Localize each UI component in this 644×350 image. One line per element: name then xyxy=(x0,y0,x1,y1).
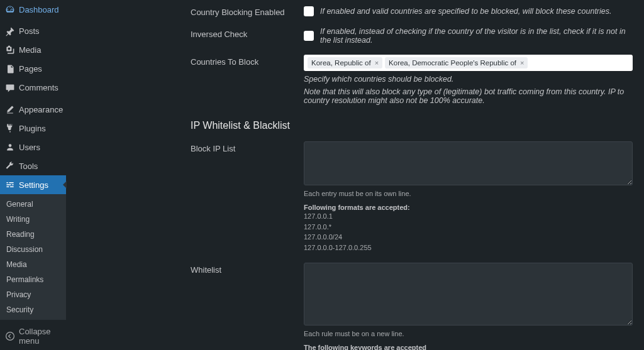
admin-sidebar: Dashboard Posts Media Pages Comments App… xyxy=(0,0,66,350)
country-blocking-checkbox[interactable] xyxy=(304,6,314,16)
tag-remove-icon[interactable]: × xyxy=(375,59,379,67)
countries-to-block-label: Countries To Block xyxy=(191,55,304,105)
menu-label: Dashboard xyxy=(19,5,59,14)
user-icon xyxy=(5,142,15,152)
whitelist-textarea[interactable] xyxy=(304,263,633,325)
submenu-media[interactable]: Media xyxy=(0,257,66,272)
sliders-icon xyxy=(5,180,15,190)
whitelist-each-rule: Each rule must be on a new line. xyxy=(304,330,633,337)
menu-label: Users xyxy=(19,143,40,152)
whitelist-keywords-title: The following keywords are accepted xyxy=(304,344,633,350)
inversed-check-checkbox[interactable] xyxy=(304,31,314,41)
menu-label: Appearance xyxy=(19,105,63,114)
menu-users[interactable]: Users xyxy=(0,138,66,156)
main-content: Country Blocking Enabled If enabled and … xyxy=(66,0,644,350)
block-ip-each-entry: Each entry must be on its own line. xyxy=(304,190,633,197)
submenu-security[interactable]: Security xyxy=(0,302,66,317)
section-ip-whitelist-blacklist: IP Whitelist & Blacklist xyxy=(191,120,633,131)
submenu-general[interactable]: General xyxy=(0,197,66,212)
gauge-icon xyxy=(5,4,15,14)
settings-submenu: General Writing Reading Discussion Media… xyxy=(0,194,66,320)
submenu-permalinks[interactable]: Permalinks xyxy=(0,272,66,287)
tag-text: Korea, Republic of xyxy=(311,59,371,67)
collapse-label: Collapse menu xyxy=(19,327,61,346)
menu-settings[interactable]: Settings xyxy=(0,175,66,194)
tag-remove-icon[interactable]: × xyxy=(520,59,524,67)
menu-posts[interactable]: Posts xyxy=(0,22,66,41)
menu-plugins[interactable]: Plugins xyxy=(0,119,66,138)
format-example: 127.0.0.1 xyxy=(304,211,633,222)
submenu-writing[interactable]: Writing xyxy=(0,212,66,227)
menu-label: Tools xyxy=(19,161,38,171)
wrench-icon xyxy=(5,161,15,171)
brush-icon xyxy=(5,104,15,114)
menu-label: Posts xyxy=(19,26,40,36)
menu-label: Comments xyxy=(19,83,58,92)
submenu-discussion[interactable]: Discussion xyxy=(0,242,66,257)
countries-desc-1: Specify which countries should be blocke… xyxy=(304,75,633,84)
format-example: 127.0.0.0/24 xyxy=(304,232,633,243)
media-icon xyxy=(5,45,15,55)
collapse-menu-button[interactable]: Collapse menu xyxy=(0,322,66,350)
whitelist-label: Whitelist xyxy=(191,263,304,350)
page-icon xyxy=(5,64,15,74)
menu-comments[interactable]: Comments xyxy=(0,79,66,97)
menu-appearance[interactable]: Appearance xyxy=(0,100,66,119)
block-ip-formats-title: Following formats are accepted: xyxy=(304,204,633,211)
menu-label: Plugins xyxy=(19,124,46,133)
menu-tools[interactable]: Tools xyxy=(0,156,66,175)
submenu-privacy[interactable]: Privacy xyxy=(0,287,66,302)
country-blocking-label: Country Blocking Enabled xyxy=(191,5,304,17)
country-tag: Korea, Republic of × xyxy=(308,57,382,68)
countries-tag-input[interactable]: Korea, Republic of × Korea, Democratic P… xyxy=(304,55,633,71)
block-ip-textarea[interactable] xyxy=(304,141,633,185)
menu-media[interactable]: Media xyxy=(0,41,66,60)
inversed-check-label: Inversed Check xyxy=(191,27,304,45)
countries-desc-2: Note that this will also block any type … xyxy=(304,87,633,105)
menu-label: Media xyxy=(19,45,41,55)
submenu-reading[interactable]: Reading xyxy=(0,227,66,242)
tag-text: Korea, Democratic People's Republic of xyxy=(389,59,516,67)
collapse-icon xyxy=(5,331,15,341)
menu-label: Pages xyxy=(19,64,42,74)
plug-icon xyxy=(5,123,15,133)
menu-dashboard[interactable]: Dashboard xyxy=(0,0,66,19)
menu-label: Settings xyxy=(19,180,48,190)
menu-pages[interactable]: Pages xyxy=(0,60,66,79)
inversed-check-helper: If enabled, instead of checking if the c… xyxy=(320,27,633,45)
svg-point-0 xyxy=(6,332,14,341)
pin-icon xyxy=(5,26,15,36)
country-blocking-helper: If enabled and valid countries are speci… xyxy=(320,7,611,16)
comment-icon xyxy=(5,83,15,93)
country-tag: Korea, Democratic People's Republic of × xyxy=(385,57,528,68)
format-example: 127.0.0.* xyxy=(304,222,633,232)
block-ip-label: Block IP List xyxy=(191,141,304,253)
format-example: 127.0.0.0-127.0.0.255 xyxy=(304,243,633,253)
